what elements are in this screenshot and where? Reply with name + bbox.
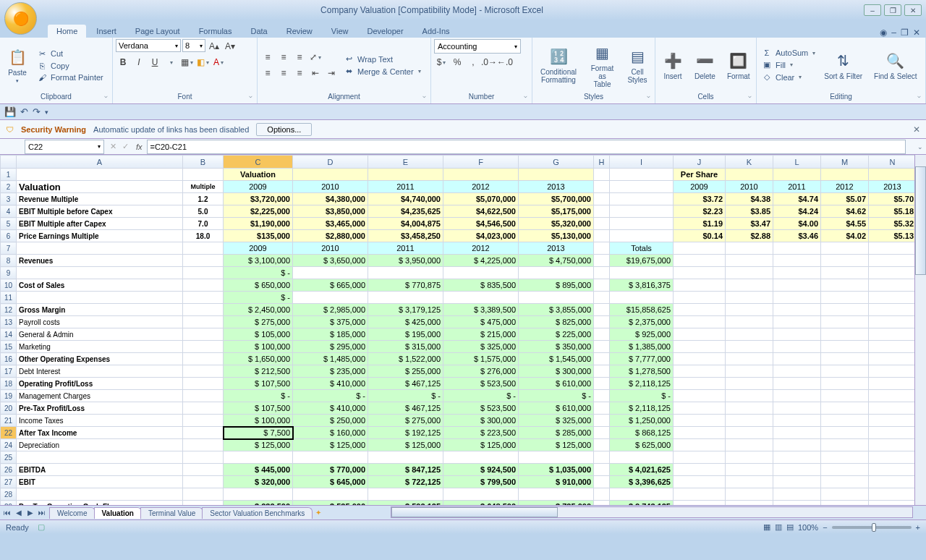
name-box[interactable]: C22▾	[25, 140, 104, 154]
redo-icon[interactable]: ↷	[33, 106, 41, 117]
security-close-icon[interactable]: ✕	[913, 124, 920, 135]
editing-group-label: Editing	[760, 91, 922, 102]
select-all-corner[interactable]	[1, 156, 17, 169]
cut-button[interactable]: ✂Cut	[35, 48, 105, 59]
status-text: Ready	[6, 523, 29, 532]
cancel-formula-icon[interactable]: ✕	[107, 142, 119, 151]
restore-window-icon[interactable]: ❐	[901, 27, 909, 38]
number-format-select[interactable]: Accounting▾	[434, 39, 521, 54]
align-left-icon[interactable]: ≡	[260, 66, 275, 80]
tab-page-layout[interactable]: Page Layout	[127, 25, 189, 38]
security-warning-label: Security Warning	[21, 125, 86, 134]
tab-addins[interactable]: Add-Ins	[414, 25, 459, 38]
percent-format-icon[interactable]: %	[450, 55, 464, 69]
decrease-decimal-icon[interactable]: ←.0	[498, 55, 512, 69]
paste-button[interactable]: 📋Paste▾	[3, 46, 32, 85]
close-workbook-icon[interactable]: ✕	[913, 27, 920, 38]
clear-button[interactable]: ◇Clear	[760, 72, 817, 82]
insert-cells-button[interactable]: ➕Insert	[658, 49, 687, 82]
tab-nav-last-icon[interactable]: ⏭	[36, 509, 48, 517]
security-bar: 🛡 Security Warning Automatic update of l…	[0, 120, 926, 139]
sheet-tab-valuation[interactable]: Valuation	[94, 507, 142, 519]
macro-record-icon[interactable]: ▢	[38, 522, 45, 532]
font-color-button[interactable]: A	[211, 55, 226, 69]
zoom-in-icon[interactable]: +	[916, 523, 920, 532]
copy-button[interactable]: ⎘Copy	[35, 61, 105, 71]
delete-cells-button[interactable]: ➖Delete	[690, 49, 720, 82]
horizontal-scrollbar[interactable]	[391, 506, 913, 518]
tab-nav-first-icon[interactable]: ⏮	[1, 509, 13, 517]
sheet-tab-terminal[interactable]: Terminal Value	[140, 507, 203, 519]
zoom-slider[interactable]	[832, 526, 912, 529]
increase-decimal-icon[interactable]: .0→	[482, 55, 496, 69]
view-layout-icon[interactable]: ▥	[775, 522, 782, 532]
spreadsheet-grid[interactable]: ABCDEFGHIJKLMN 1ValuationPer Share 2Valu…	[0, 155, 926, 505]
quick-access-toolbar: 💾 ↶ ↷ ▾	[0, 104, 926, 120]
office-button[interactable]: 🟠	[4, 2, 37, 35]
bold-button[interactable]: B	[116, 55, 130, 69]
orientation-icon[interactable]: ⤢	[308, 50, 323, 64]
accounting-format-icon[interactable]: $	[434, 55, 449, 69]
underline-split[interactable]	[163, 55, 178, 69]
comma-format-icon[interactable]: ,	[466, 55, 480, 69]
minimize-button[interactable]: –	[864, 4, 881, 16]
underline-button[interactable]: U	[148, 55, 162, 69]
security-options-button[interactable]: Options...	[256, 123, 312, 136]
close-button[interactable]: ✕	[904, 4, 922, 16]
fill-color-button[interactable]: ◧	[195, 55, 210, 69]
vertical-scrollbar[interactable]	[914, 155, 926, 505]
format-painter-button[interactable]: 🖌Format Painter	[35, 72, 105, 82]
qat-customize-icon[interactable]: ▾	[45, 109, 48, 116]
tab-home[interactable]: Home	[48, 25, 86, 38]
sort-filter-button[interactable]: ⇅Sort & Filter	[820, 49, 867, 82]
grow-font-icon[interactable]: A▴	[207, 39, 221, 54]
zoom-out-icon[interactable]: −	[823, 523, 827, 532]
italic-button[interactable]: I	[132, 55, 146, 69]
tab-insert[interactable]: Insert	[88, 25, 125, 38]
format-cells-button[interactable]: 🔲Format	[723, 49, 755, 82]
minimize-ribbon-icon[interactable]: –	[891, 27, 896, 38]
zoom-level[interactable]: 100%	[798, 523, 818, 532]
help-icon[interactable]: ◉	[880, 27, 887, 38]
align-top-icon[interactable]: ≡	[260, 50, 275, 64]
save-icon[interactable]: 💾	[4, 106, 16, 117]
format-as-table-button[interactable]: ▦Format as Table	[585, 41, 620, 90]
tab-view[interactable]: View	[323, 25, 357, 38]
tab-data[interactable]: Data	[242, 25, 276, 38]
increase-indent-icon[interactable]: ⇥	[324, 66, 339, 80]
align-center-icon[interactable]: ≡	[276, 66, 291, 80]
sheet-tab-sector[interactable]: Sector Valuation Benchmarks	[202, 507, 313, 519]
restore-button[interactable]: ❐	[884, 4, 901, 16]
font-size-select[interactable]: 8▾	[182, 39, 205, 52]
shrink-font-icon[interactable]: A▾	[223, 39, 237, 54]
view-normal-icon[interactable]: ▦	[763, 522, 770, 532]
styles-group-label: Styles	[535, 91, 652, 102]
decrease-indent-icon[interactable]: ⇤	[308, 66, 323, 80]
enter-formula-icon[interactable]: ✓	[119, 142, 132, 151]
fx-icon[interactable]: fx	[132, 143, 147, 151]
column-headers[interactable]: ABCDEFGHIJKLMN	[1, 156, 917, 169]
sheet-tab-welcome[interactable]: Welcome	[49, 507, 95, 519]
tab-formulas[interactable]: Formulas	[190, 25, 241, 38]
expand-formula-bar-icon[interactable]: ⌄	[916, 143, 925, 150]
undo-icon[interactable]: ↶	[20, 106, 28, 117]
tab-nav-next-icon[interactable]: ▶	[25, 509, 36, 517]
tab-review[interactable]: Review	[278, 25, 321, 38]
fill-button[interactable]: ▣Fill	[760, 59, 817, 70]
align-right-icon[interactable]: ≡	[292, 66, 307, 80]
merge-center-button[interactable]: ⬌Merge & Center	[341, 66, 422, 77]
cell-styles-button[interactable]: ▤Cell Styles	[623, 45, 652, 85]
font-name-select[interactable]: Verdana▾	[116, 39, 181, 52]
align-middle-icon[interactable]: ≡	[276, 50, 291, 64]
conditional-formatting-button[interactable]: 🔢Conditional Formatting	[535, 45, 582, 85]
find-select-button[interactable]: 🔍Find & Select	[870, 49, 921, 82]
formula-input[interactable]: =C20-C21	[147, 140, 906, 154]
align-bottom-icon[interactable]: ≡	[292, 50, 307, 64]
wrap-text-button[interactable]: ↩Wrap Text	[341, 54, 422, 64]
insert-sheet-icon[interactable]: ✦	[311, 509, 326, 517]
tab-developer[interactable]: Developer	[358, 25, 412, 38]
border-button[interactable]: ▦	[179, 55, 194, 69]
autosum-button[interactable]: ΣAutoSum	[760, 48, 817, 58]
tab-nav-prev-icon[interactable]: ◀	[13, 509, 25, 517]
view-pagebreak-icon[interactable]: ▤	[786, 522, 794, 532]
